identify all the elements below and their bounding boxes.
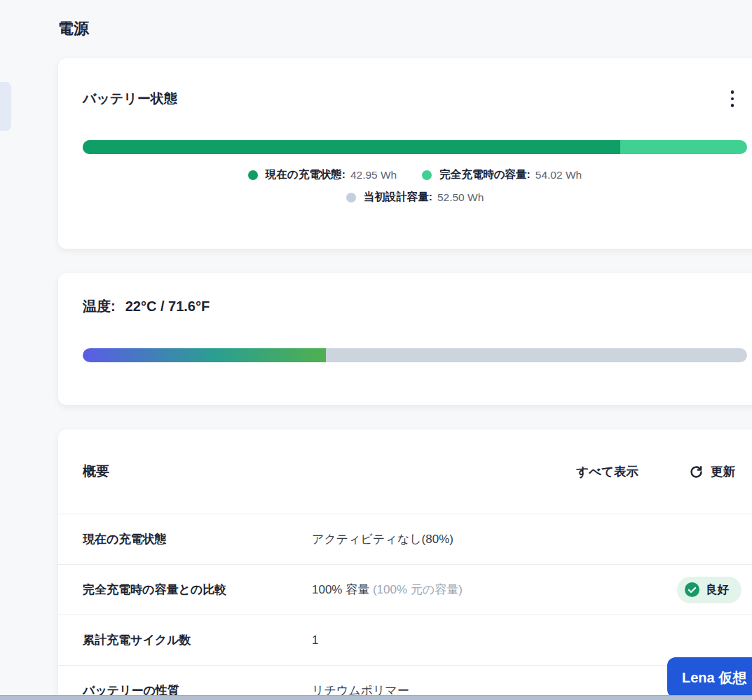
row-value-secondary: (100% 元の容量) [373,583,463,596]
full-capacity-dot-icon [422,170,432,180]
show-all-label: すべて表示 [576,463,638,480]
row-value: アクティビティなし(80%) [312,531,453,547]
legend-item-current-charge: 現在の充電状態: 42.95 Wh [248,167,397,182]
temperature-bar-fill [83,348,326,362]
row-label: 累計充電サイクル数 [83,632,312,648]
left-edge-indicator[interactable] [0,82,11,131]
legend-item-full-capacity: 完全充電時の容量: 54.02 Wh [422,167,582,182]
temperature-card: 温度:22°C / 71.6°F [58,273,752,405]
temperature-readout: 温度:22°C / 71.6°F [83,297,210,316]
battery-capacity-bar [83,140,747,154]
overview-header: 概要 すべて表示 更新 [58,430,752,514]
overview-card: 概要 すべて表示 更新 現在の充電状態 [58,430,752,700]
row-value: 100% 容量 (100% 元の容量) [312,582,463,598]
row-value-primary: 100% 容量 [312,583,369,596]
battery-card-title: バッテリー状態 [83,90,177,108]
vm-toast-button[interactable]: Lena 仮想 [667,657,752,698]
status-badge: 良好 [677,577,741,603]
table-row: 累計充電サイクル数 1 [58,615,752,666]
legend-label: 完全充電時の容量: [439,167,531,182]
overview-title: 概要 [83,462,109,481]
power-settings-page: 電源 バッテリー状態 現在の充電状態: 42.95 Wh 完全充電時の容量: 5… [0,0,752,700]
legend-label: 当初設計容量: [364,190,432,205]
status-badge-label: 良好 [706,582,729,598]
legend-value: 54.02 Wh [535,169,582,181]
row-label: 現在の充電状態 [83,531,312,547]
current-charge-dot-icon [248,170,258,180]
refresh-button[interactable]: 更新 [689,463,735,480]
row-value: 1 [312,633,318,647]
refresh-label: 更新 [711,463,735,480]
legend-label: 現在の充電状態: [266,167,346,182]
row-label: 完全充電時の容量との比較 [83,582,312,598]
kebab-menu-icon[interactable] [725,88,740,110]
legend-value: 52.50 Wh [437,191,484,204]
show-all-button[interactable]: すべて表示 [576,463,638,480]
table-row: 完全充電時の容量との比較 100% 容量 (100% 元の容量) 良好 [58,565,752,615]
refresh-icon [689,465,704,479]
page-title: 電源 [58,18,89,39]
temperature-label: 温度: [83,298,116,314]
battery-status-card: バッテリー状態 現在の充電状態: 42.95 Wh 完全充電時の容量: 54.0… [58,58,752,249]
horizontal-scrollbar[interactable] [0,695,752,700]
table-row: 現在の充電状態 アクティビティなし(80%) [58,514,752,565]
legend-item-design-capacity: 当初設計容量: 52.50 Wh [346,190,484,205]
vm-toast-label: Lena 仮想 [682,668,746,687]
design-capacity-dot-icon [346,193,356,203]
temperature-bar [83,348,747,362]
battery-legend: 現在の充電状態: 42.95 Wh 完全充電時の容量: 54.02 Wh 当初設… [83,167,747,205]
overview-actions: すべて表示 更新 [576,463,735,480]
battery-bar-current-charge [83,140,620,154]
legend-value: 42.95 Wh [350,169,397,181]
overview-table: 現在の充電状態 アクティビティなし(80%) 完全充電時の容量との比較 100%… [58,514,752,700]
check-circle-icon [685,582,699,597]
temperature-value: 22°C / 71.6°F [125,298,210,314]
